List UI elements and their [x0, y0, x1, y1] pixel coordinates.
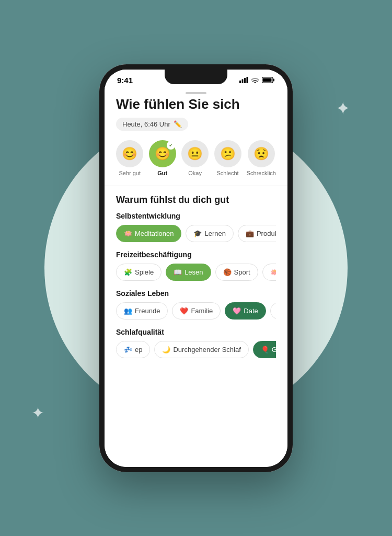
mood-label-schlecht: Schlecht	[216, 170, 238, 176]
mood-circle-okay[interactable]: 😐	[181, 140, 209, 167]
tag-label-lesen: Lesen	[185, 268, 203, 276]
tag-meditationen[interactable]: 🪷 Meditationen	[116, 225, 181, 242]
category-title-selbstentwicklung: Selbstentwicklung	[116, 212, 276, 220]
tag-lernen[interactable]: 🎓 Lernen	[186, 225, 233, 242]
date-badge[interactable]: Heute, 6:46 Uhr ✏️	[116, 118, 188, 131]
svg-rect-3	[247, 77, 248, 83]
sparkle-tr-icon: ✦	[336, 99, 350, 117]
mood-label-gut: Gut	[157, 170, 167, 176]
status-icons	[239, 77, 275, 83]
tag-label-freunde: Freunde	[135, 307, 160, 315]
tag-label-lernen: Lernen	[204, 230, 225, 237]
tag-gute-traume[interactable]: 🎈 Gute Träume	[253, 341, 276, 358]
tag-label-sport: Sport	[234, 268, 250, 276]
pencil-icon[interactable]: ✏️	[174, 120, 182, 128]
content-area: Wie fühlen Sie sich Heute, 6:46 Uhr ✏️ 😊…	[105, 96, 287, 369]
date-icon: 🩷	[233, 307, 241, 315]
wifi-icon	[251, 77, 259, 83]
deep-icon: 💤	[124, 346, 132, 353]
page-title: Wie fühlen Sie sich	[116, 96, 276, 112]
tag-label-date: Date	[244, 307, 258, 315]
section-divider	[105, 186, 287, 186]
svg-rect-0	[239, 81, 241, 83]
date-label: Heute, 6:46 Uhr	[122, 120, 170, 128]
tag-label-durchgehend: Durchgehender Schlaf	[173, 346, 240, 353]
category-title-soziales: Soziales Leben	[116, 289, 276, 298]
svg-rect-1	[242, 79, 244, 84]
battery-icon	[262, 77, 275, 83]
tag-med[interactable]: 🪷 Med	[262, 264, 276, 281]
mood-item-okay[interactable]: 😐 Okay	[181, 140, 209, 176]
tags-row-freizeit: 🧩 Spiele 📖 Lesen 🏀 Sport 🪷 Med	[116, 264, 276, 281]
lernen-icon: 🎓	[193, 230, 202, 237]
sparkle-bl-icon: ✦	[31, 405, 44, 421]
tag-spiele[interactable]: 🧩 Spiele	[116, 264, 162, 281]
status-time: 9:41	[117, 76, 133, 85]
category-title-schlaf: Schlafqualität	[116, 328, 276, 336]
svg-rect-2	[244, 78, 246, 83]
phone-frame: 9:41	[99, 64, 293, 472]
phone-notch	[165, 70, 227, 84]
mood-item-gut[interactable]: 😊 ✓ Gut	[148, 140, 176, 176]
lesen-icon: 📖	[174, 268, 182, 276]
traume-icon: 🎈	[261, 346, 269, 353]
sport-icon: 🏀	[223, 268, 232, 276]
gut-checkmark: ✓	[167, 141, 175, 150]
mood-label-schrecklich: Schrecklich	[247, 170, 276, 176]
tag-familie[interactable]: ❤️ Familie	[172, 302, 221, 320]
tag-label-spiele: Spiele	[135, 268, 154, 276]
mood-item-sehr-gut[interactable]: 😊 Sehr gut	[116, 140, 143, 176]
tag-freunde[interactable]: 👥 Freunde	[116, 302, 168, 320]
svg-rect-5	[273, 79, 275, 82]
section-title: Warum fühlst du dich gut	[116, 195, 276, 206]
tags-row-soziales: 👥 Freunde ❤️ Familie 🩷 Date 🍷 P	[116, 302, 276, 320]
mood-circle-gut[interactable]: 😊 ✓	[149, 140, 176, 167]
tag-deep[interactable]: 💤 ep	[116, 341, 150, 358]
spiele-icon: 🧩	[124, 268, 132, 276]
familie-icon: ❤️	[180, 307, 188, 315]
scroll-handle	[186, 92, 206, 94]
tag-durchgehend[interactable]: 🌙 Durchgehender Schlaf	[154, 341, 248, 358]
freunde-icon: 👥	[124, 307, 132, 315]
schlaf-icon: 🌙	[162, 346, 170, 353]
signal-icon	[239, 77, 248, 83]
tag-label-meditationen: Meditationen	[135, 230, 174, 237]
phone-inner: 9:41	[105, 70, 287, 467]
mood-row: 😊 Sehr gut 😊 ✓ Gut 😐 Okay 😕 Schlecht	[116, 140, 276, 176]
med-icon: 🪷	[270, 268, 276, 276]
tag-label-gute-traume: Gute Träume	[272, 346, 276, 353]
meditationen-icon: 🪷	[124, 230, 132, 237]
category-title-freizeit: Freizeitbeschäftigung	[116, 250, 276, 259]
tag-label-deep: ep	[135, 346, 142, 353]
produktiv-icon: 💼	[246, 230, 254, 237]
mood-label-sehr-gut: Sehr gut	[119, 170, 141, 176]
tag-sport[interactable]: 🏀 Sport	[215, 264, 258, 281]
tag-label-produktiv: Produktiv	[257, 230, 276, 237]
tag-label-familie: Familie	[191, 307, 213, 315]
tags-row-selbstentwicklung: 🪷 Meditationen 🎓 Lernen 💼 Produktiv	[116, 225, 276, 242]
tag-p[interactable]: 🍷 P	[270, 302, 276, 320]
mood-item-schlecht[interactable]: 😕 Schlecht	[214, 140, 241, 176]
mood-circle-sehr-gut[interactable]: 😊	[116, 140, 143, 167]
tag-lesen[interactable]: 📖 Lesen	[166, 264, 211, 281]
tags-row-schlaf: 💤 ep 🌙 Durchgehender Schlaf 🎈 Gute Träum…	[116, 341, 276, 358]
mood-item-schrecklich[interactable]: 😟 Schrecklich	[247, 140, 276, 176]
tag-date[interactable]: 🩷 Date	[225, 302, 266, 320]
svg-rect-6	[263, 78, 272, 82]
mood-circle-schrecklich[interactable]: 😟	[248, 140, 275, 167]
tag-produktiv[interactable]: 💼 Produktiv	[238, 225, 276, 242]
mood-label-okay: Okay	[188, 170, 202, 176]
mood-circle-schlecht[interactable]: 😕	[214, 140, 241, 167]
